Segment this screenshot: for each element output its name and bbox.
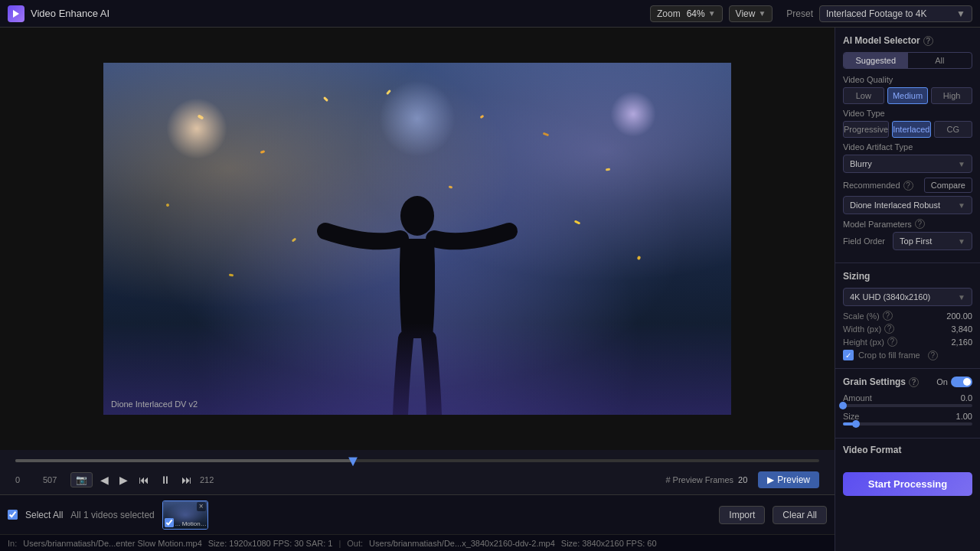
type-interlaced[interactable]: Interlaced <box>892 121 930 138</box>
video-overlay-label: Dione Interlaced DV v2 <box>111 399 198 409</box>
view-label: View <box>736 8 756 19</box>
width-help-icon[interactable]: ? <box>884 324 894 334</box>
artifact-type-dropdown[interactable]: Blurry ▼ <box>843 155 972 173</box>
bottom-strip: Select All All 1 videos selected × ... M… <box>0 494 835 534</box>
status-out-label: Out: <box>347 539 363 548</box>
compare-button[interactable]: Compare <box>924 178 972 193</box>
thumbnail-checkbox[interactable] <box>165 518 174 527</box>
crop-checkbox[interactable]: ✓ <box>843 350 854 360</box>
status-out-details: Size: 3840x2160 FPS: 60 <box>561 539 657 548</box>
camera-button[interactable]: 📷 <box>70 472 93 487</box>
video-quality-label: Video Quality <box>843 75 972 84</box>
timeline-track[interactable] <box>15 459 819 462</box>
quality-high[interactable]: High <box>931 87 972 104</box>
recommended-model-dropdown[interactable]: Dione Interlaced Robust ▼ <box>843 196 972 214</box>
zoom-control[interactable]: Zoom 64% ▼ <box>650 5 723 22</box>
confetti <box>323 96 328 102</box>
recommended-help-icon[interactable]: ? <box>903 181 913 191</box>
grain-toggle[interactable] <box>951 377 972 387</box>
video-container: Dione Interlaced DV v2 <box>0 28 835 450</box>
size-preset-dropdown[interactable]: 4K UHD (3840x2160) ▼ <box>843 288 972 306</box>
preview-icon: ▶ <box>767 474 774 485</box>
confetti <box>480 115 485 119</box>
ai-model-help-icon[interactable]: ? <box>923 36 933 46</box>
preset-label: Preset <box>786 8 813 19</box>
select-all-label[interactable]: Select All <box>25 510 63 520</box>
preset-dropdown[interactable]: Interlaced Footage to 4K ▼ <box>819 5 972 22</box>
pause-button[interactable]: ⏸ <box>157 472 174 487</box>
grain-help-icon[interactable]: ? <box>909 377 919 387</box>
tab-all[interactable]: All <box>908 53 972 68</box>
type-progressive[interactable]: Progressive <box>843 121 889 138</box>
amount-slider-track[interactable] <box>843 404 972 407</box>
confetti <box>165 203 169 207</box>
right-panel: AI Model Selector ? Suggested All Video … <box>835 28 980 551</box>
height-value: 2,160 <box>951 337 972 347</box>
preview-label: Preview <box>777 474 810 485</box>
amount-value: 0.0 <box>961 393 972 403</box>
status-in-details: Size: 1920x1080 FPS: 30 SAR: 1 <box>208 539 333 548</box>
status-in-path: Users/brianmatiash/De...enter Slow Motio… <box>23 539 202 548</box>
zoom-label: Zoom <box>657 8 681 19</box>
prev-frame-button[interactable]: ◀ <box>97 472 112 487</box>
quality-low[interactable]: Low <box>843 87 884 104</box>
timeline-row[interactable] <box>0 453 835 468</box>
import-button[interactable]: Import <box>719 506 765 524</box>
app-logo-icon <box>8 5 24 22</box>
confetti <box>574 220 581 224</box>
next-frame-button[interactable]: ▶ <box>116 472 131 487</box>
preview-frames-label: # Preview Frames <box>665 475 733 484</box>
view-chevron-icon: ▼ <box>758 9 766 18</box>
size-slider-thumb[interactable] <box>852 420 860 428</box>
crop-row: ✓ Crop to fill frame ? <box>843 350 972 360</box>
grain-toggle-group: On <box>936 377 972 387</box>
grain-section: Grain Settings ? On Amount 0.0 <box>835 369 980 439</box>
field-order-dropdown[interactable]: Top First ▼ <box>893 232 972 250</box>
size-preset-value: 4K UHD (3840x2160) <box>850 292 930 302</box>
video-format-title: Video Format <box>843 445 972 455</box>
scale-value: 200.00 <box>946 311 972 321</box>
quality-medium[interactable]: Medium <box>887 87 929 104</box>
scale-label: Scale (%) <box>843 311 880 321</box>
width-value: 3,840 <box>951 324 972 334</box>
preset-value: Interlaced Footage to 4K <box>826 8 926 19</box>
video-thumbnail[interactable]: × ... Motion.mp4 <box>162 500 208 530</box>
size-slider-row: Size 1.00 <box>843 412 972 425</box>
status-in-label: In: <box>8 539 17 548</box>
video-type-label: Video Type <box>843 109 972 118</box>
svg-marker-0 <box>13 10 19 18</box>
type-cg[interactable]: CG <box>934 121 972 138</box>
size-slider-track[interactable] <box>843 422 972 425</box>
clear-all-button[interactable]: Clear All <box>773 506 827 524</box>
sizing-title: Sizing <box>843 271 972 282</box>
thumbnail-delete-button[interactable]: × <box>197 502 206 511</box>
light-right <box>610 91 656 137</box>
height-help-icon[interactable]: ? <box>887 337 897 347</box>
confetti <box>292 237 297 242</box>
view-control[interactable]: View ▼ <box>729 5 773 22</box>
amount-slider-thumb[interactable] <box>839 402 847 409</box>
tab-suggested[interactable]: Suggested <box>844 53 908 68</box>
width-label: Width (px) <box>843 324 881 334</box>
skip-back-button[interactable]: ⏮ <box>136 472 152 487</box>
scale-help-icon[interactable]: ? <box>883 311 893 321</box>
video-quality-group: Low Medium High <box>843 87 972 104</box>
playback-controls: 0 507 📷 ◀ ▶ ⏮ ⏸ ⏭ 212 # Preview Frames 2… <box>0 468 835 491</box>
select-all-checkbox[interactable] <box>8 510 18 520</box>
amount-slider-row: Amount 0.0 <box>843 393 972 407</box>
recommended-model-value: Dione Interlaced Robust <box>850 201 940 210</box>
crop-help-icon[interactable]: ? <box>928 350 938 360</box>
field-order-chevron-icon: ▼ <box>958 237 965 246</box>
suggested-all-tabs: Suggested All <box>843 52 972 69</box>
start-processing-button[interactable]: Start Processing <box>843 472 972 496</box>
video-background <box>103 63 731 415</box>
height-row: Height (px) ? 2,160 <box>843 337 972 347</box>
size-preset-chevron-icon: ▼ <box>958 293 965 302</box>
model-params-help-icon[interactable]: ? <box>915 219 925 229</box>
preview-button[interactable]: ▶ Preview <box>758 471 819 488</box>
model-params-label: Model Parameters <box>843 220 912 229</box>
preview-frames-value: 20 <box>738 475 747 484</box>
artifact-type-label: Video Artifact Type <box>843 142 972 152</box>
status-bar: In: Users/brianmatiash/De...enter Slow M… <box>0 534 835 551</box>
skip-forward-button[interactable]: ⏭ <box>178 472 195 487</box>
